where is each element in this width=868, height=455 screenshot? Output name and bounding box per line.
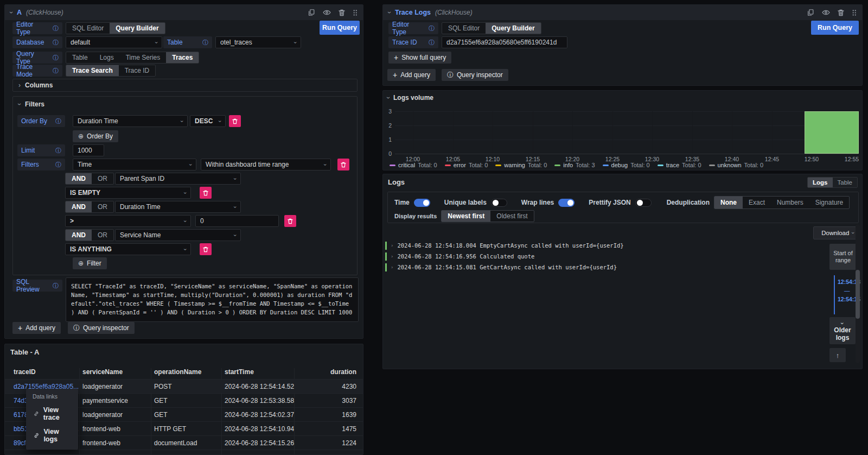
- legend-item-error[interactable]: errorTotal: 0: [445, 162, 488, 168]
- time-toggle[interactable]: [414, 199, 430, 207]
- drag-handle-icon[interactable]: [353, 9, 358, 16]
- eye-icon[interactable]: [323, 9, 331, 16]
- remove-filter-button[interactable]: [337, 159, 349, 170]
- legend-item-info[interactable]: infoTotal: 3: [554, 162, 595, 168]
- legend-item-debug[interactable]: debugTotal: 0: [603, 162, 650, 168]
- duplicate-icon[interactable]: [308, 9, 315, 16]
- query-builder-option[interactable]: Query Builder: [486, 23, 540, 34]
- expand-log-icon[interactable]: ›: [391, 264, 393, 270]
- add-order-by-button[interactable]: ⊕Order By: [73, 130, 118, 142]
- condition-value-input[interactable]: [195, 215, 279, 227]
- query-ref-title[interactable]: Trace Logs: [395, 9, 431, 16]
- condition-field-select[interactable]: Service Name›: [115, 229, 241, 241]
- filters-section-header[interactable]: › Filters: [18, 100, 44, 108]
- older-logs-button[interactable]: › Older logs: [829, 317, 856, 344]
- expand-log-icon[interactable]: ›: [391, 243, 393, 248]
- view-logs-menu-item[interactable]: View logs: [26, 425, 78, 446]
- remove-condition-button[interactable]: [200, 187, 212, 199]
- condition-operator-select[interactable]: IS ANYTHING›: [65, 243, 191, 255]
- legend-item-warning[interactable]: warningTotal: 0: [495, 162, 547, 168]
- panel-title[interactable]: Table - A: [10, 348, 39, 356]
- column-header-operationname[interactable]: operationName: [151, 368, 221, 379]
- sql-editor-option[interactable]: SQL Editor: [442, 23, 486, 34]
- dedup-signature-option[interactable]: Signature: [809, 197, 849, 208]
- condition-field-select[interactable]: Duration Time›: [115, 201, 241, 213]
- add-query-button[interactable]: +Add query: [387, 69, 436, 81]
- remove-order-by-button[interactable]: [229, 115, 241, 127]
- collapse-icon[interactable]: ›: [8, 11, 15, 14]
- trace-id-input[interactable]: [442, 36, 567, 48]
- log-row[interactable]: › 2024-06-28 12:54:16.956 Calculated quo…: [385, 251, 800, 261]
- expand-log-icon[interactable]: ›: [391, 254, 393, 259]
- query-type-timeseries[interactable]: Time Series: [120, 52, 167, 63]
- filter-value-select[interactable]: Within dashboard time range›: [201, 159, 331, 170]
- database-select[interactable]: default›: [66, 36, 162, 48]
- view-logs-option[interactable]: Logs: [808, 178, 832, 187]
- trace-mode-search[interactable]: Trace Search: [66, 65, 119, 76]
- or-option[interactable]: OR: [92, 173, 113, 184]
- add-filter-button[interactable]: ⊕Filter: [73, 257, 107, 269]
- sql-editor-option[interactable]: SQL Editor: [66, 23, 110, 34]
- drag-handle-icon[interactable]: [852, 9, 857, 16]
- or-option[interactable]: OR: [92, 230, 113, 241]
- eye-icon[interactable]: [822, 9, 830, 16]
- trash-icon[interactable]: [838, 9, 844, 16]
- order-by-direction-select[interactable]: DESC›: [190, 115, 226, 127]
- download-button[interactable]: Download ›: [813, 226, 859, 239]
- legend-item-trace[interactable]: traceTotal: 0: [658, 162, 701, 168]
- query-inspector-button[interactable]: ⓘQuery inspector: [442, 69, 508, 81]
- column-header-traceid[interactable]: traceID: [5, 368, 79, 379]
- columns-section[interactable]: › Columns: [12, 79, 358, 92]
- prettify-json-toggle[interactable]: [635, 199, 652, 207]
- condition-field-select[interactable]: Parent Span ID›: [115, 173, 241, 185]
- query-type-logs[interactable]: Logs: [94, 52, 120, 63]
- dedup-none-option[interactable]: None: [714, 197, 743, 208]
- remove-condition-button[interactable]: [284, 215, 296, 227]
- query-builder-option[interactable]: Query Builder: [110, 23, 164, 34]
- legend-item-unknown[interactable]: unknownTotal: 0: [709, 162, 764, 168]
- scroll-to-top-button[interactable]: ↑: [829, 348, 846, 362]
- limit-input[interactable]: [73, 144, 104, 156]
- oldest-first-option[interactable]: Oldest first: [490, 211, 533, 222]
- condition-operator-select[interactable]: IS EMPTY›: [65, 187, 191, 199]
- view-trace-menu-item[interactable]: View trace: [26, 403, 78, 425]
- query-type-traces[interactable]: Traces: [166, 52, 199, 63]
- query-ref-title[interactable]: A: [17, 9, 22, 16]
- query-inspector-button[interactable]: ⓘQuery inspector: [68, 322, 135, 334]
- log-row[interactable]: › 2024-06-28 12:54:18.004 EmptyCartAsync…: [385, 241, 800, 250]
- log-level-indicator: [385, 263, 387, 271]
- collapse-icon[interactable]: ›: [386, 11, 393, 14]
- run-query-button[interactable]: Run Query: [320, 21, 360, 35]
- trace-mode-id[interactable]: Trace ID: [119, 65, 156, 76]
- dedup-exact-option[interactable]: Exact: [743, 197, 771, 208]
- and-option[interactable]: AND: [66, 230, 92, 241]
- or-option[interactable]: OR: [92, 201, 113, 212]
- run-query-button[interactable]: Run Query: [811, 21, 859, 35]
- wrap-lines-toggle[interactable]: [558, 199, 575, 207]
- trace-id-link[interactable]: 9a7acf61841886...: [5, 453, 79, 455]
- condition-operator-select[interactable]: >›: [65, 215, 191, 227]
- logs-scrollbar-thumb[interactable]: [856, 270, 860, 319]
- table-select[interactable]: otel_traces›: [215, 36, 301, 48]
- log-row[interactable]: › 2024-06-28 12:54:15.081 GetCartAsync c…: [385, 262, 800, 272]
- newest-first-option[interactable]: Newest first: [442, 211, 490, 222]
- filter-field-select[interactable]: Time›: [73, 159, 196, 170]
- unique-labels-toggle[interactable]: [491, 199, 507, 207]
- query-type-table[interactable]: Table: [66, 52, 94, 63]
- and-option[interactable]: AND: [66, 173, 92, 184]
- order-by-field-select[interactable]: Duration Time›: [73, 115, 188, 127]
- and-option[interactable]: AND: [66, 201, 92, 212]
- info-bar[interactable]: [805, 111, 859, 154]
- duplicate-icon[interactable]: [807, 9, 814, 16]
- dedup-numbers-option[interactable]: Numbers: [771, 197, 809, 208]
- column-header-servicename[interactable]: serviceName: [79, 368, 151, 379]
- trash-icon[interactable]: [339, 9, 345, 16]
- legend-item-critical[interactable]: criticalTotal: 0: [390, 162, 437, 168]
- show-full-query-button[interactable]: +Show full query: [388, 52, 451, 64]
- column-header-duration[interactable]: duration: [294, 368, 363, 379]
- column-header-starttime[interactable]: startTime: [221, 368, 294, 379]
- view-table-option[interactable]: Table: [833, 178, 858, 187]
- time-toggle-label: Time: [394, 199, 410, 206]
- remove-condition-button[interactable]: [200, 243, 212, 255]
- add-query-button[interactable]: +Add query: [12, 322, 61, 334]
